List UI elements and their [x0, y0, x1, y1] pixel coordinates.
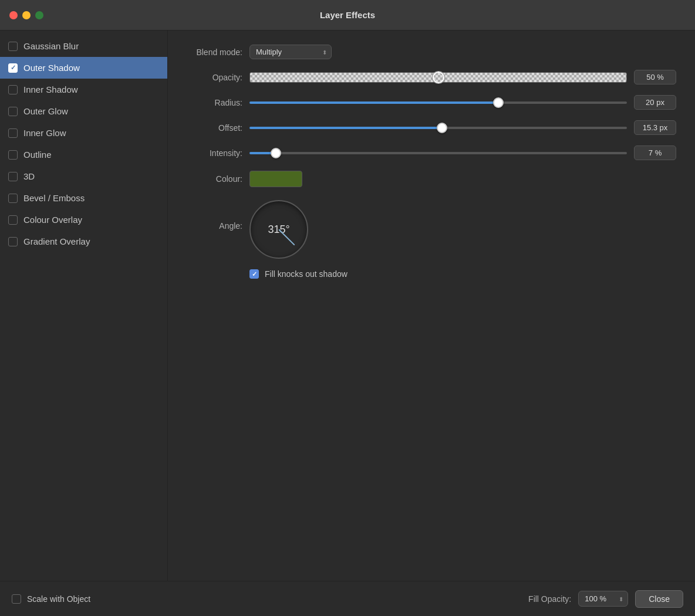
sidebar-label-outer-shadow: Outer Shadow: [23, 63, 80, 73]
intensity-value[interactable]: 7 %: [634, 145, 676, 160]
main-content: Gaussian BlurOuter ShadowInner ShadowOut…: [0, 31, 695, 581]
angle-label: Angle:: [187, 221, 242, 231]
angle-wheel[interactable]: 315°: [249, 200, 308, 259]
scale-with-object-checkbox[interactable]: [12, 594, 21, 604]
sidebar-checkbox-gradient-overlay[interactable]: [8, 237, 18, 246]
minimize-traffic-light[interactable]: [22, 11, 31, 19]
close-button[interactable]: Close: [635, 590, 683, 608]
offset-row: Offset: 15.3 px: [187, 120, 676, 135]
blend-mode-select[interactable]: NormalMultiplyScreenOverlayDarkenLighten…: [249, 45, 332, 59]
fill-opacity-select[interactable]: 100 %75 %50 %25 %0 %: [578, 591, 628, 607]
radius-label: Radius:: [187, 98, 242, 107]
sidebar-label-inner-glow: Inner Glow: [23, 128, 66, 138]
sidebar-checkbox-colour-overlay[interactable]: [8, 215, 18, 225]
sidebar-label-inner-shadow: Inner Shadow: [23, 84, 78, 94]
maximize-traffic-light[interactable]: [35, 11, 43, 19]
intensity-track: [249, 152, 627, 154]
sidebar-checkbox-inner-shadow[interactable]: [8, 85, 18, 94]
sidebar-item-outer-shadow[interactable]: Outer Shadow: [0, 57, 167, 79]
colour-label: Colour:: [187, 174, 242, 184]
sidebar-checkbox-outer-shadow[interactable]: [8, 63, 18, 73]
opacity-slider-container: [249, 72, 627, 83]
offset-slider-container: [249, 122, 627, 134]
fill-opacity-label: Fill Opacity:: [528, 594, 571, 604]
sidebar-item-outline[interactable]: Outline: [0, 144, 167, 165]
fill-knocks-label: Fill knocks out shadow: [265, 269, 348, 279]
intensity-label: Intensity:: [187, 148, 242, 158]
right-panel: Blend mode: NormalMultiplyScreenOverlayD…: [168, 31, 695, 581]
intensity-thumb[interactable]: [271, 148, 281, 158]
colour-swatch[interactable]: [249, 171, 302, 187]
sidebar-label-colour-overlay: Colour Overlay: [23, 215, 82, 225]
sidebar-checkbox-outer-glow[interactable]: [8, 107, 18, 116]
close-traffic-light[interactable]: [9, 11, 18, 19]
radius-slider-container: [249, 97, 627, 109]
intensity-row: Intensity: 7 %: [187, 145, 676, 160]
opacity-value[interactable]: 50 %: [634, 70, 676, 84]
sidebar-label-gaussian-blur: Gaussian Blur: [23, 41, 79, 51]
colour-row: Colour:: [187, 171, 676, 187]
footer-left: Scale with Object: [12, 594, 90, 604]
sidebar-label-outer-glow: Outer Glow: [23, 106, 68, 116]
sidebar-checkbox-3d[interactable]: [8, 172, 18, 181]
radius-row: Radius: 20 px: [187, 95, 676, 110]
window-title: Layer Effects: [320, 10, 375, 20]
sidebar-checkbox-bevel-emboss[interactable]: [8, 194, 18, 203]
sidebar-item-colour-overlay[interactable]: Colour Overlay: [0, 209, 167, 231]
sidebar: Gaussian BlurOuter ShadowInner ShadowOut…: [0, 31, 168, 581]
sidebar-item-gaussian-blur[interactable]: Gaussian Blur: [0, 35, 167, 57]
footer-right: Fill Opacity: 100 %75 %50 %25 %0 % ⬍ Clo…: [528, 590, 683, 608]
fill-knocks-checkbox[interactable]: [249, 269, 259, 279]
fill-opacity-dropdown-wrapper: 100 %75 %50 %25 %0 % ⬍: [578, 591, 628, 607]
sidebar-item-bevel-emboss[interactable]: Bevel / Emboss: [0, 187, 167, 209]
traffic-lights: [9, 11, 43, 19]
sidebar-label-outline: Outline: [23, 150, 52, 160]
blend-mode-dropdown-wrapper: NormalMultiplyScreenOverlayDarkenLighten…: [249, 45, 332, 59]
opacity-thumb[interactable]: [433, 72, 444, 83]
radius-thumb[interactable]: [493, 97, 504, 108]
scale-with-object-label: Scale with Object: [27, 594, 90, 604]
radius-value[interactable]: 20 px: [634, 95, 676, 110]
offset-label: Offset:: [187, 123, 242, 133]
blend-mode-row: Blend mode: NormalMultiplyScreenOverlayD…: [187, 45, 676, 59]
sidebar-item-3d[interactable]: 3D: [0, 165, 167, 187]
sidebar-checkbox-gaussian-blur[interactable]: [8, 42, 18, 51]
sidebar-label-3d: 3D: [23, 171, 35, 181]
blend-mode-label: Blend mode:: [187, 48, 242, 57]
offset-track: [249, 127, 627, 129]
opacity-row: Opacity: 50 %: [187, 70, 676, 84]
titlebar: Layer Effects: [0, 0, 695, 31]
sidebar-item-gradient-overlay[interactable]: Gradient Overlay: [0, 231, 167, 252]
footer: Scale with Object Fill Opacity: 100 %75 …: [0, 581, 695, 616]
sidebar-label-gradient-overlay: Gradient Overlay: [23, 236, 90, 246]
fill-knocks-row: Fill knocks out shadow: [249, 269, 676, 279]
sidebar-item-inner-glow[interactable]: Inner Glow: [0, 122, 167, 144]
offset-value[interactable]: 15.3 px: [634, 120, 676, 135]
sidebar-item-outer-glow[interactable]: Outer Glow: [0, 100, 167, 122]
offset-thumb[interactable]: [437, 123, 447, 133]
opacity-label: Opacity:: [187, 73, 242, 82]
intensity-slider-container: [249, 147, 627, 159]
opacity-track: [249, 72, 627, 83]
sidebar-item-inner-shadow[interactable]: Inner Shadow: [0, 79, 167, 100]
sidebar-label-bevel-emboss: Bevel / Emboss: [23, 193, 85, 203]
sidebar-checkbox-inner-glow[interactable]: [8, 128, 18, 138]
angle-row: Angle: 315°: [187, 200, 676, 259]
radius-track: [249, 101, 627, 104]
sidebar-checkbox-outline[interactable]: [8, 150, 18, 160]
